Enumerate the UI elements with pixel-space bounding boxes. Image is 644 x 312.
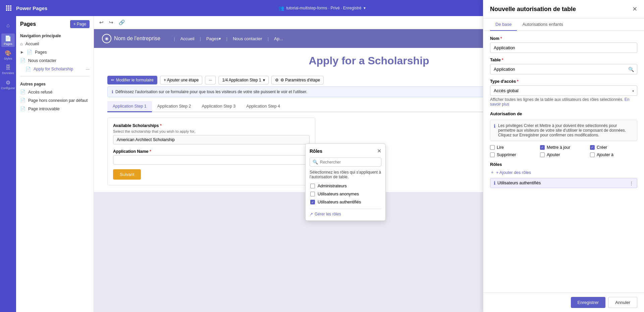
application-name-label: Application Name * bbox=[113, 149, 310, 154]
nav-item-access-refuse[interactable]: 📄 Accès refusé bbox=[16, 88, 94, 96]
perm-creer-checkbox[interactable]: ✓ bbox=[590, 145, 595, 150]
waffle-menu[interactable] bbox=[4, 3, 13, 13]
step-tab-2[interactable]: Application Step 2 bbox=[152, 101, 197, 112]
access-type-select[interactable]: Accès global bbox=[490, 85, 637, 96]
sidebar-item-pages-label: Pages bbox=[4, 42, 12, 46]
role-checkbox-admin[interactable] bbox=[310, 184, 315, 188]
role-label-authenticated: Utilisateurs authentifiés bbox=[318, 200, 361, 204]
expand-icon[interactable]: ▶ bbox=[20, 50, 24, 54]
nav-link-contact[interactable]: Nous contacter bbox=[233, 36, 262, 41]
access-type-field: Type d'accès * Accès global ▾ Afficher t… bbox=[490, 79, 637, 107]
perm-ajouter[interactable]: Ajouter bbox=[540, 152, 587, 157]
enregistrer-button[interactable]: Enregistrer bbox=[571, 297, 606, 308]
perm-mettre-a-jour-label: Mettre à jour bbox=[547, 145, 570, 150]
nav-item-accueil[interactable]: ⌂ Accueil bbox=[16, 40, 94, 48]
perm-ajouter-checkbox[interactable] bbox=[540, 152, 545, 157]
perm-lire-label: Lire bbox=[497, 145, 504, 150]
required-star-2: * bbox=[150, 149, 151, 154]
step-tab-4[interactable]: Application Step 4 bbox=[241, 101, 285, 112]
nav-item-apply[interactable]: 📄 Apply for Scholarship ··· bbox=[16, 65, 94, 73]
site-logo: ◉ Nom de l'entreprise bbox=[102, 34, 160, 43]
perm-ajouter-a-checkbox[interactable] bbox=[590, 152, 595, 157]
nav-item-contact-label: Nous contacter bbox=[28, 58, 56, 63]
redo-button[interactable]: ↪ bbox=[108, 18, 115, 27]
suivant-button[interactable]: Suivant bbox=[113, 169, 141, 180]
step-label: 1/4 Application Step 1 bbox=[222, 78, 261, 82]
nom-input[interactable] bbox=[490, 43, 637, 53]
right-panel-title: Nouvelle autorisation de table bbox=[490, 6, 576, 13]
perm-supprimer-checkbox[interactable] bbox=[490, 152, 495, 157]
perm-mettre-a-jour[interactable]: ✓ Mettre à jour bbox=[540, 145, 587, 150]
sidebar-item-pages[interactable]: 📄 Pages bbox=[1, 34, 15, 47]
role-checkbox-authenticated[interactable]: ✓ bbox=[310, 200, 315, 204]
available-scholarships-sub: Select the scholarship that you wish to … bbox=[113, 129, 310, 133]
modify-form-button[interactable]: ✏ Modifier le formulaire bbox=[107, 76, 157, 84]
perm-ajouter-a[interactable]: Ajouter à bbox=[590, 152, 637, 157]
chevron-down-icon: ▾ bbox=[263, 78, 265, 82]
pages-icon: 📄 bbox=[5, 35, 11, 42]
manage-roles-link[interactable]: ↗ Gérer les rôles bbox=[310, 212, 381, 216]
contact-nav-icon: 📄 bbox=[20, 58, 25, 63]
separator bbox=[20, 76, 90, 76]
nav-item-pages[interactable]: ▶ 📄 Pages bbox=[16, 48, 94, 56]
logo-circle: ◉ bbox=[102, 34, 111, 43]
nav-item-pages-label: Pages bbox=[35, 50, 47, 55]
roles-popup-close[interactable]: ✕ bbox=[377, 148, 381, 154]
table-input[interactable] bbox=[490, 64, 637, 74]
svg-rect-1 bbox=[8, 5, 9, 7]
sidebar-item-styles[interactable]: 🎨 Styles bbox=[1, 48, 15, 62]
roles-popup: Rôles ✕ 🔍 Sélectionnez les rôles qui s'a… bbox=[305, 143, 386, 221]
dropdown-icon[interactable]: ▾ bbox=[364, 6, 366, 10]
right-panel-body: Nom * Table * 🔍 Type d'accès bbox=[483, 31, 644, 293]
svg-rect-4 bbox=[8, 7, 9, 9]
application-name-input[interactable] bbox=[113, 155, 310, 165]
edit-icon: ✏ bbox=[111, 78, 114, 82]
role-item-anonymous[interactable]: Utilisateurs anonymes bbox=[310, 190, 381, 198]
tab-de-base[interactable]: De base bbox=[490, 18, 517, 31]
nav-link-accueil[interactable]: Accueil bbox=[180, 36, 195, 41]
add-page-button[interactable]: + Page bbox=[70, 20, 90, 28]
sidebar-item-home[interactable]: ⌂ bbox=[1, 19, 15, 32]
more-options-button[interactable]: ··· bbox=[205, 76, 216, 84]
link-button[interactable]: 🔗 bbox=[117, 18, 126, 27]
sidebar-item-config[interactable]: ⚙ Configurer bbox=[1, 78, 15, 91]
perm-mettre-a-jour-checkbox[interactable]: ✓ bbox=[540, 145, 545, 150]
nav-item-accueil-label: Accueil bbox=[25, 42, 39, 46]
role-item-admin[interactable]: Administrateurs bbox=[310, 182, 381, 190]
role-checkbox-anonymous[interactable] bbox=[310, 192, 315, 196]
pages-panel-header: Pages + Page bbox=[16, 20, 94, 31]
available-scholarships-label: Available Scholarships * bbox=[113, 123, 310, 128]
sidebar-item-data[interactable]: 🗄 Données bbox=[1, 63, 15, 76]
nav-link-pages[interactable]: Pages▾ bbox=[206, 36, 221, 41]
right-panel-close[interactable]: ✕ bbox=[632, 5, 637, 13]
sidebar-item-data-label: Données bbox=[2, 71, 14, 75]
role-tag-dots[interactable]: ⋮ bbox=[629, 181, 634, 186]
autorisation-section-title: Autorisation de bbox=[490, 111, 637, 116]
add-role-link[interactable]: ＋ + Ajouter des rôles bbox=[490, 170, 637, 175]
nav-item-offline[interactable]: 📄 Page hors connexion par défaut bbox=[16, 96, 94, 105]
available-scholarships-input[interactable] bbox=[113, 135, 310, 144]
perm-supprimer[interactable]: Supprimer bbox=[490, 152, 537, 157]
undo-button[interactable]: ↩ bbox=[98, 18, 105, 27]
annuler-button[interactable]: Annuler bbox=[608, 297, 637, 308]
table-label: Table * bbox=[490, 58, 637, 62]
offline-nav-icon: 📄 bbox=[20, 98, 25, 103]
nav-link-ap[interactable]: Ap... bbox=[274, 36, 283, 41]
role-item-authenticated[interactable]: ✓ Utilisateurs authentifiés bbox=[310, 198, 381, 206]
perm-creer[interactable]: ✓ Créer bbox=[590, 145, 637, 150]
add-step-button[interactable]: + Ajouter une étape bbox=[160, 76, 202, 84]
step-settings-button[interactable]: ⚙ ⚙ Paramètres d'étape bbox=[271, 76, 324, 84]
perm-lire[interactable]: Lire bbox=[490, 145, 537, 150]
step-tab-1[interactable]: Application Step 1 bbox=[107, 101, 152, 112]
application-name-field: Application Name * bbox=[113, 149, 310, 165]
sidebar-icons: ⌂ 📄 Pages 🎨 Styles 🗄 Données ⚙ Configure… bbox=[0, 16, 16, 312]
step-indicator[interactable]: 1/4 Application Step 1 ▾ bbox=[218, 76, 268, 84]
apply-more-dots[interactable]: ··· bbox=[86, 66, 90, 72]
roles-search-input[interactable] bbox=[320, 160, 378, 165]
nav-item-contact[interactable]: 📄 Nous contacter bbox=[16, 56, 94, 65]
svg-rect-8 bbox=[10, 9, 11, 11]
step-tab-3[interactable]: Application Step 3 bbox=[197, 101, 241, 112]
tab-autorisations-enfants[interactable]: Autorisations enfants bbox=[517, 18, 568, 31]
nav-item-notfound[interactable]: 📄 Page introuvable bbox=[16, 105, 94, 113]
perm-lire-checkbox[interactable] bbox=[490, 145, 495, 150]
